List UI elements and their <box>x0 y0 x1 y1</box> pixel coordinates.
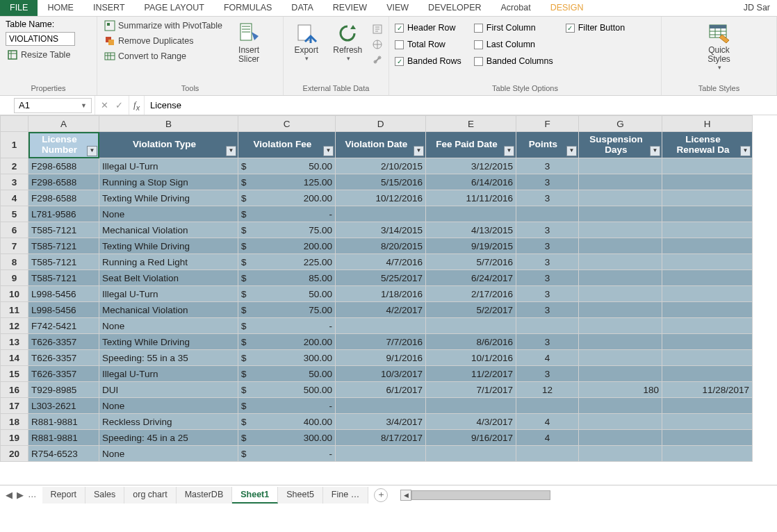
cell-G14[interactable] <box>579 350 662 366</box>
remove-duplicates-button[interactable]: Remove Duplicates <box>103 35 224 47</box>
cell-B19[interactable]: Speeding: 45 in a 25 <box>99 430 238 446</box>
cell-C10[interactable]: $50.00 <box>238 286 336 302</box>
cell-E17[interactable] <box>426 398 516 414</box>
filter-button-icon[interactable]: ▼ <box>650 146 660 156</box>
formula-input[interactable]: License <box>144 96 777 115</box>
cell-A9[interactable]: T585-7121 <box>28 270 99 286</box>
cell-D14[interactable]: 9/1/2016 <box>336 350 426 366</box>
cell-G15[interactable] <box>579 366 662 382</box>
cell-H13[interactable] <box>662 334 753 350</box>
cell-H12[interactable] <box>662 318 753 334</box>
row-header-16[interactable]: 16 <box>1 382 28 398</box>
cell-D10[interactable]: 1/18/2016 <box>336 286 426 302</box>
cell-B6[interactable]: Mechanical Violation <box>99 222 238 238</box>
cell-H14[interactable] <box>662 350 753 366</box>
opt-first-column[interactable]: First Column <box>474 22 553 33</box>
quick-styles-button[interactable]: Quick Styles <box>701 19 737 71</box>
cell-E13[interactable]: 8/6/2016 <box>426 334 516 350</box>
table-header-C[interactable]: Violation Fee▼ <box>238 132 336 158</box>
cell-A18[interactable]: R881-9881 <box>28 414 99 430</box>
properties-icon[interactable] <box>372 24 383 35</box>
cell-E12[interactable] <box>426 318 516 334</box>
table-header-H[interactable]: LicenseRenewal Da▼ <box>662 132 753 158</box>
cell-H2[interactable] <box>662 158 753 174</box>
opt-banded-columns[interactable]: Banded Columns <box>474 56 553 67</box>
cell-F18[interactable]: 4 <box>516 414 579 430</box>
cell-C7[interactable]: $200.00 <box>238 238 336 254</box>
cell-E18[interactable]: 4/3/2017 <box>426 414 516 430</box>
cell-F2[interactable]: 3 <box>516 158 579 174</box>
cell-D18[interactable]: 3/4/2017 <box>336 414 426 430</box>
cell-A16[interactable]: T929-8985 <box>28 382 99 398</box>
filter-button-icon[interactable]: ▼ <box>414 146 424 156</box>
cell-D16[interactable]: 6/1/2017 <box>336 382 426 398</box>
cell-E9[interactable]: 6/24/2017 <box>426 270 516 286</box>
row-header-14[interactable]: 14 <box>1 350 28 366</box>
tab-review[interactable]: REVIEW <box>323 0 377 16</box>
opt-total-row[interactable]: Total Row <box>395 39 461 50</box>
convert-to-range-button[interactable]: Convert to Range <box>103 50 224 63</box>
scroll-thumb[interactable] <box>411 490 550 500</box>
cell-A3[interactable]: F298-6588 <box>28 174 99 190</box>
cell-G16[interactable]: 180 <box>579 382 662 398</box>
tab-data[interactable]: DATA <box>281 0 322 16</box>
cell-F13[interactable]: 3 <box>516 334 579 350</box>
table-header-B[interactable]: Violation Type▼ <box>99 132 238 158</box>
open-in-browser-icon[interactable] <box>372 39 383 50</box>
cell-A2[interactable]: F298-6588 <box>28 158 99 174</box>
cell-G3[interactable] <box>579 174 662 190</box>
cell-B13[interactable]: Texting While Driving <box>99 334 238 350</box>
sheet-tab-Sales[interactable]: Sales <box>85 487 124 504</box>
table-header-G[interactable]: SuspensionDays▼ <box>579 132 662 158</box>
cell-A11[interactable]: L998-5456 <box>28 302 99 318</box>
cell-A10[interactable]: L998-5456 <box>28 286 99 302</box>
filter-button-icon[interactable]: ▼ <box>87 146 97 156</box>
cell-F10[interactable]: 3 <box>516 286 579 302</box>
cell-D5[interactable] <box>336 206 426 222</box>
insert-slicer-button[interactable]: Insert Slicer <box>231 19 267 64</box>
row-header-20[interactable]: 20 <box>1 446 28 462</box>
tab-insert[interactable]: INSERT <box>83 0 135 16</box>
cell-H19[interactable] <box>662 430 753 446</box>
sheet-tab-Sheet1[interactable]: Sheet1 <box>232 487 278 504</box>
cell-F17[interactable] <box>516 398 579 414</box>
cell-A5[interactable]: L781-9586 <box>28 206 99 222</box>
cell-G12[interactable] <box>579 318 662 334</box>
tab-design[interactable]: DESIGN <box>541 0 594 16</box>
tab-file[interactable]: FILE <box>0 0 38 16</box>
sheet-tab-Report[interactable]: Report <box>42 487 86 504</box>
cell-H8[interactable] <box>662 254 753 270</box>
cell-D4[interactable]: 10/12/2016 <box>336 190 426 206</box>
name-box[interactable]: A1 ▼ <box>14 98 92 113</box>
cell-G18[interactable] <box>579 414 662 430</box>
filter-button-icon[interactable]: ▼ <box>504 146 514 156</box>
cell-H16[interactable]: 11/28/2017 <box>662 382 753 398</box>
row-header-6[interactable]: 6 <box>1 222 28 238</box>
row-header-15[interactable]: 15 <box>1 366 28 382</box>
horizontal-scrollbar[interactable]: ◀ <box>393 490 777 501</box>
cell-G17[interactable] <box>579 398 662 414</box>
cell-A13[interactable]: T626-3357 <box>28 334 99 350</box>
cell-D15[interactable]: 10/3/2017 <box>336 366 426 382</box>
cell-B4[interactable]: Texting While Driving <box>99 190 238 206</box>
tab-acrobat[interactable]: Acrobat <box>491 0 541 16</box>
cell-G2[interactable] <box>579 158 662 174</box>
cell-F9[interactable]: 3 <box>516 270 579 286</box>
cell-F7[interactable]: 3 <box>516 238 579 254</box>
spreadsheet-grid[interactable]: ABCDEFGH1LicenseNumber▼Violation Type▼Vi… <box>0 115 777 504</box>
cell-F4[interactable]: 3 <box>516 190 579 206</box>
cell-F8[interactable]: 3 <box>516 254 579 270</box>
cell-D11[interactable]: 4/2/2017 <box>336 302 426 318</box>
cell-A17[interactable]: L303-2621 <box>28 398 99 414</box>
cell-G4[interactable] <box>579 190 662 206</box>
row-header-10[interactable]: 10 <box>1 286 28 302</box>
tab-formulas[interactable]: FORMULAS <box>214 0 281 16</box>
cell-E4[interactable]: 11/11/2016 <box>426 190 516 206</box>
tab-developer[interactable]: DEVELOPER <box>418 0 491 16</box>
cell-E8[interactable]: 5/7/2016 <box>426 254 516 270</box>
tab-view[interactable]: VIEW <box>377 0 418 16</box>
cell-A19[interactable]: R881-9881 <box>28 430 99 446</box>
cell-C16[interactable]: $500.00 <box>238 382 336 398</box>
cell-A7[interactable]: T585-7121 <box>28 238 99 254</box>
cell-H4[interactable] <box>662 190 753 206</box>
